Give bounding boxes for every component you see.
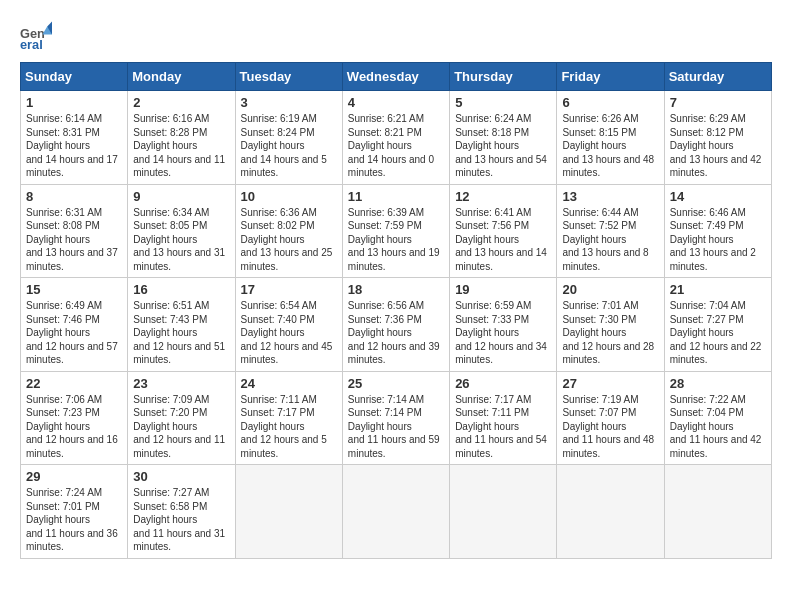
day-number: 27	[562, 376, 658, 391]
calendar-cell: 15Sunrise: 6:49 AMSunset: 7:46 PMDayligh…	[21, 278, 128, 372]
calendar-cell: 3Sunrise: 6:19 AMSunset: 8:24 PMDaylight…	[235, 91, 342, 185]
day-number: 14	[670, 189, 766, 204]
calendar-cell: 10Sunrise: 6:36 AMSunset: 8:02 PMDayligh…	[235, 184, 342, 278]
header-thursday: Thursday	[450, 63, 557, 91]
cell-info: Sunrise: 6:41 AMSunset: 7:56 PMDaylight …	[455, 206, 551, 274]
calendar-cell: 2Sunrise: 6:16 AMSunset: 8:28 PMDaylight…	[128, 91, 235, 185]
calendar-cell: 20Sunrise: 7:01 AMSunset: 7:30 PMDayligh…	[557, 278, 664, 372]
day-number: 8	[26, 189, 122, 204]
cell-info: Sunrise: 6:14 AMSunset: 8:31 PMDaylight …	[26, 112, 122, 180]
calendar-cell: 5Sunrise: 6:24 AMSunset: 8:18 PMDaylight…	[450, 91, 557, 185]
calendar-cell: 16Sunrise: 6:51 AMSunset: 7:43 PMDayligh…	[128, 278, 235, 372]
calendar-cell: 7Sunrise: 6:29 AMSunset: 8:12 PMDaylight…	[664, 91, 771, 185]
calendar-header-row: SundayMondayTuesdayWednesdayThursdayFrid…	[21, 63, 772, 91]
cell-info: Sunrise: 7:06 AMSunset: 7:23 PMDaylight …	[26, 393, 122, 461]
week-row-2: 8Sunrise: 6:31 AMSunset: 8:08 PMDaylight…	[21, 184, 772, 278]
cell-info: Sunrise: 7:22 AMSunset: 7:04 PMDaylight …	[670, 393, 766, 461]
calendar-cell: 23Sunrise: 7:09 AMSunset: 7:20 PMDayligh…	[128, 371, 235, 465]
calendar-cell	[342, 465, 449, 559]
logo: Gen eral	[20, 20, 56, 52]
calendar-cell: 21Sunrise: 7:04 AMSunset: 7:27 PMDayligh…	[664, 278, 771, 372]
calendar-cell: 11Sunrise: 6:39 AMSunset: 7:59 PMDayligh…	[342, 184, 449, 278]
day-number: 26	[455, 376, 551, 391]
cell-info: Sunrise: 7:01 AMSunset: 7:30 PMDaylight …	[562, 299, 658, 367]
week-row-5: 29Sunrise: 7:24 AMSunset: 7:01 PMDayligh…	[21, 465, 772, 559]
calendar-cell: 22Sunrise: 7:06 AMSunset: 7:23 PMDayligh…	[21, 371, 128, 465]
day-number: 19	[455, 282, 551, 297]
cell-info: Sunrise: 6:19 AMSunset: 8:24 PMDaylight …	[241, 112, 337, 180]
cell-info: Sunrise: 7:17 AMSunset: 7:11 PMDaylight …	[455, 393, 551, 461]
page-header: Gen eral	[20, 20, 772, 52]
cell-info: Sunrise: 6:44 AMSunset: 7:52 PMDaylight …	[562, 206, 658, 274]
logo-icon: Gen eral	[20, 20, 52, 52]
cell-info: Sunrise: 7:27 AMSunset: 6:58 PMDaylight …	[133, 486, 229, 554]
calendar-cell: 28Sunrise: 7:22 AMSunset: 7:04 PMDayligh…	[664, 371, 771, 465]
cell-info: Sunrise: 6:29 AMSunset: 8:12 PMDaylight …	[670, 112, 766, 180]
day-number: 12	[455, 189, 551, 204]
cell-info: Sunrise: 7:19 AMSunset: 7:07 PMDaylight …	[562, 393, 658, 461]
day-number: 21	[670, 282, 766, 297]
calendar-cell	[557, 465, 664, 559]
day-number: 18	[348, 282, 444, 297]
day-number: 9	[133, 189, 229, 204]
calendar-cell: 12Sunrise: 6:41 AMSunset: 7:56 PMDayligh…	[450, 184, 557, 278]
calendar-cell: 14Sunrise: 6:46 AMSunset: 7:49 PMDayligh…	[664, 184, 771, 278]
header-friday: Friday	[557, 63, 664, 91]
cell-info: Sunrise: 7:24 AMSunset: 7:01 PMDaylight …	[26, 486, 122, 554]
calendar-cell: 17Sunrise: 6:54 AMSunset: 7:40 PMDayligh…	[235, 278, 342, 372]
day-number: 11	[348, 189, 444, 204]
cell-info: Sunrise: 6:16 AMSunset: 8:28 PMDaylight …	[133, 112, 229, 180]
calendar-cell: 27Sunrise: 7:19 AMSunset: 7:07 PMDayligh…	[557, 371, 664, 465]
cell-info: Sunrise: 6:59 AMSunset: 7:33 PMDaylight …	[455, 299, 551, 367]
cell-info: Sunrise: 6:51 AMSunset: 7:43 PMDaylight …	[133, 299, 229, 367]
cell-info: Sunrise: 6:46 AMSunset: 7:49 PMDaylight …	[670, 206, 766, 274]
day-number: 25	[348, 376, 444, 391]
cell-info: Sunrise: 7:11 AMSunset: 7:17 PMDaylight …	[241, 393, 337, 461]
cell-info: Sunrise: 6:21 AMSunset: 8:21 PMDaylight …	[348, 112, 444, 180]
header-saturday: Saturday	[664, 63, 771, 91]
day-number: 17	[241, 282, 337, 297]
calendar-cell: 26Sunrise: 7:17 AMSunset: 7:11 PMDayligh…	[450, 371, 557, 465]
cell-info: Sunrise: 7:04 AMSunset: 7:27 PMDaylight …	[670, 299, 766, 367]
week-row-4: 22Sunrise: 7:06 AMSunset: 7:23 PMDayligh…	[21, 371, 772, 465]
day-number: 24	[241, 376, 337, 391]
day-number: 20	[562, 282, 658, 297]
cell-info: Sunrise: 6:49 AMSunset: 7:46 PMDaylight …	[26, 299, 122, 367]
header-sunday: Sunday	[21, 63, 128, 91]
calendar-cell	[664, 465, 771, 559]
calendar-cell: 13Sunrise: 6:44 AMSunset: 7:52 PMDayligh…	[557, 184, 664, 278]
calendar-table: SundayMondayTuesdayWednesdayThursdayFrid…	[20, 62, 772, 559]
calendar-cell: 24Sunrise: 7:11 AMSunset: 7:17 PMDayligh…	[235, 371, 342, 465]
cell-info: Sunrise: 7:14 AMSunset: 7:14 PMDaylight …	[348, 393, 444, 461]
day-number: 4	[348, 95, 444, 110]
cell-info: Sunrise: 6:54 AMSunset: 7:40 PMDaylight …	[241, 299, 337, 367]
day-number: 29	[26, 469, 122, 484]
cell-info: Sunrise: 6:26 AMSunset: 8:15 PMDaylight …	[562, 112, 658, 180]
calendar-cell: 6Sunrise: 6:26 AMSunset: 8:15 PMDaylight…	[557, 91, 664, 185]
calendar-body: 1Sunrise: 6:14 AMSunset: 8:31 PMDaylight…	[21, 91, 772, 559]
cell-info: Sunrise: 6:24 AMSunset: 8:18 PMDaylight …	[455, 112, 551, 180]
week-row-3: 15Sunrise: 6:49 AMSunset: 7:46 PMDayligh…	[21, 278, 772, 372]
calendar-cell: 19Sunrise: 6:59 AMSunset: 7:33 PMDayligh…	[450, 278, 557, 372]
day-number: 6	[562, 95, 658, 110]
calendar-cell: 1Sunrise: 6:14 AMSunset: 8:31 PMDaylight…	[21, 91, 128, 185]
header-tuesday: Tuesday	[235, 63, 342, 91]
calendar-cell: 8Sunrise: 6:31 AMSunset: 8:08 PMDaylight…	[21, 184, 128, 278]
day-number: 30	[133, 469, 229, 484]
day-number: 15	[26, 282, 122, 297]
day-number: 7	[670, 95, 766, 110]
day-number: 28	[670, 376, 766, 391]
calendar-cell	[450, 465, 557, 559]
calendar-cell: 30Sunrise: 7:27 AMSunset: 6:58 PMDayligh…	[128, 465, 235, 559]
calendar-cell	[235, 465, 342, 559]
cell-info: Sunrise: 6:34 AMSunset: 8:05 PMDaylight …	[133, 206, 229, 274]
cell-info: Sunrise: 6:31 AMSunset: 8:08 PMDaylight …	[26, 206, 122, 274]
cell-info: Sunrise: 6:39 AMSunset: 7:59 PMDaylight …	[348, 206, 444, 274]
header-wednesday: Wednesday	[342, 63, 449, 91]
calendar-cell: 18Sunrise: 6:56 AMSunset: 7:36 PMDayligh…	[342, 278, 449, 372]
day-number: 10	[241, 189, 337, 204]
day-number: 3	[241, 95, 337, 110]
day-number: 16	[133, 282, 229, 297]
calendar-cell: 29Sunrise: 7:24 AMSunset: 7:01 PMDayligh…	[21, 465, 128, 559]
day-number: 1	[26, 95, 122, 110]
